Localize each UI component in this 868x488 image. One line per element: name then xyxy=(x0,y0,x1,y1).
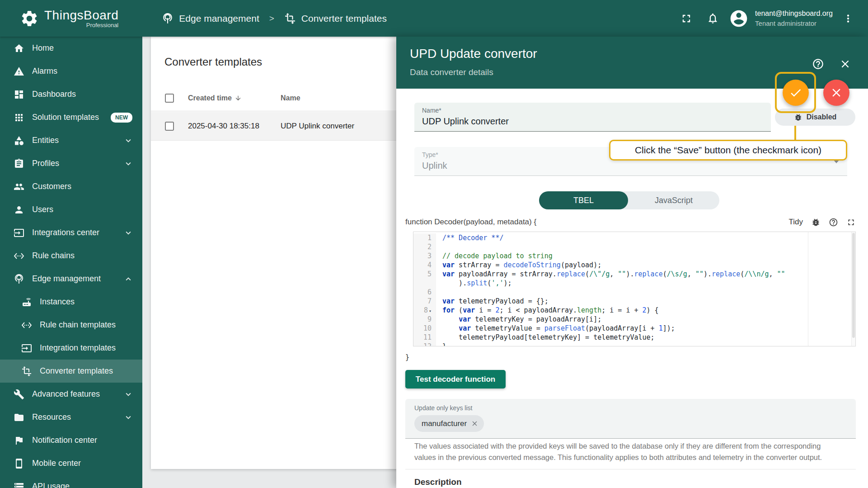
select-all-checkbox[interactable] xyxy=(165,94,174,103)
editor-toolbar: function Decoder(payload, metadata) { Ti… xyxy=(405,216,856,228)
rule-chains-icon xyxy=(14,251,24,261)
sidebar-item-label: Resources xyxy=(32,412,71,422)
breadcrumb-converter-templates[interactable]: Converter templates xyxy=(284,13,387,24)
sidebar-item-label: Users xyxy=(32,205,53,214)
cell-created-time: 2025-04-30 18:35:18 xyxy=(188,112,259,140)
column-name[interactable]: Name xyxy=(281,85,300,111)
drawer-title: UPD Update convertor xyxy=(410,47,537,61)
sidebar-item-label: Entities xyxy=(32,136,59,145)
logo-title: ThingsBoard xyxy=(44,9,118,22)
sidebar-item-rule-chains[interactable]: Rule chains xyxy=(0,244,142,267)
logo-subtitle: Professional xyxy=(44,22,118,28)
drawer-subtitle: Data converter details xyxy=(410,67,493,77)
resources-icon xyxy=(14,412,24,423)
cell-name: UDP Uplink converter xyxy=(281,112,354,140)
sidebar-item-users[interactable]: Users xyxy=(0,198,142,221)
rule-chain-templates-icon xyxy=(21,320,32,331)
sidebar-item-label: Advanced features xyxy=(32,389,100,399)
tab-tbel[interactable]: TBEL xyxy=(539,191,628,209)
cancel-button[interactable] xyxy=(823,80,849,106)
sidebar-item-label: Solution templates xyxy=(32,113,99,122)
decoder-function-signature: function Decoder(payload, metadata) { xyxy=(405,218,536,227)
row-checkbox[interactable] xyxy=(165,122,174,131)
key-chip-manufacturer[interactable]: manufacturer xyxy=(414,415,484,432)
notifications-bell-icon[interactable] xyxy=(702,8,723,29)
sidebar-item-label: Rule chain templates xyxy=(40,320,116,330)
editor-debug-icon[interactable] xyxy=(811,218,821,227)
callout-text: Click the “Save” button (the checkmark i… xyxy=(635,145,821,156)
sidebar-item-advanced-features[interactable]: Advanced features xyxy=(0,383,142,406)
sidebar-item-profiles[interactable]: Profiles xyxy=(0,152,142,175)
keys-hint-text: The values associated with the provided … xyxy=(414,441,843,463)
column-created-time[interactable]: Created time xyxy=(188,85,242,111)
breadcrumb-label: Converter templates xyxy=(301,13,387,24)
tab-javascript[interactable]: JavaScript xyxy=(628,191,719,209)
update-keys-field[interactable]: Update only keys list manufacturer xyxy=(405,399,856,439)
print-margin-ruler xyxy=(808,232,808,346)
code-line: ).split(','); xyxy=(413,279,855,288)
avatar xyxy=(728,8,750,29)
api-usage-icon xyxy=(14,481,24,488)
type-select-label: Type* xyxy=(422,151,438,158)
details-drawer: UPD Update convertor Data converter deta… xyxy=(396,37,868,488)
name-field-value: UDP Uplink converter xyxy=(422,116,509,127)
sidebar-item-dashboards[interactable]: Dashboards xyxy=(0,83,142,106)
sidebar-item-alarms[interactable]: Alarms xyxy=(0,60,142,83)
editor-fullscreen-icon[interactable] xyxy=(846,218,856,227)
sidebar-item-label: Profiles xyxy=(32,159,59,168)
code-line: 11 telemetryPayload[telemetryKey] = tele… xyxy=(413,333,855,342)
sidebar-item-notification-center[interactable]: Notification center xyxy=(0,429,142,452)
chevron-down-icon xyxy=(123,159,133,169)
converter-templates-icon xyxy=(21,366,32,377)
checkmark-icon xyxy=(789,86,802,99)
notification-center-icon xyxy=(14,435,24,446)
sidebar-item-instances[interactable]: Instances xyxy=(0,290,142,313)
sidebar-item-customers[interactable]: Customers xyxy=(0,175,142,198)
customers-icon xyxy=(14,181,24,192)
sidebar-item-rule-chain-templates[interactable]: Rule chain templates xyxy=(0,313,142,336)
code-editor[interactable]: 1/** Decoder **/23// decode payload to s… xyxy=(413,232,856,346)
chip-remove-icon[interactable] xyxy=(471,420,479,427)
user-role: Tenant administrator xyxy=(755,19,833,27)
editor-help-icon[interactable] xyxy=(829,218,838,227)
thingsboard-logo[interactable]: ThingsBoard Professional xyxy=(20,9,118,28)
sidebar-item-converter-templates[interactable]: Converter templates xyxy=(0,360,142,383)
sidebar-item-home[interactable]: Home xyxy=(0,37,142,60)
chip-label: manufacturer xyxy=(422,419,467,428)
sidebar-item-edge-management[interactable]: Edge management xyxy=(0,267,142,290)
help-icon[interactable] xyxy=(811,57,825,71)
sidebar-item-mobile-center[interactable]: Mobile center xyxy=(0,452,142,475)
code-line: 3// decode payload to string xyxy=(413,251,855,261)
code-line: 4var strArray = decodeToString(payload); xyxy=(413,261,855,270)
name-field[interactable]: Name* UDP Uplink converter xyxy=(414,103,771,132)
sidebar-item-integration-templates[interactable]: Integration templates xyxy=(0,336,142,360)
advanced-features-icon xyxy=(14,389,24,400)
top-header: ThingsBoard Professional Edge management… xyxy=(0,0,868,37)
sidebar-item-label: Home xyxy=(32,43,54,53)
page-title: Converter templates xyxy=(164,56,262,68)
update-keys-label: Update only keys list xyxy=(414,404,472,412)
sidebar-item-solution-templates[interactable]: Solution templatesNEW xyxy=(0,106,142,129)
integrations-center-icon xyxy=(14,227,24,238)
fullscreen-icon[interactable] xyxy=(676,8,697,29)
sidebar-item-entities[interactable]: Entities xyxy=(0,129,142,152)
editor-scrollbar[interactable] xyxy=(851,232,855,346)
more-vert-icon[interactable] xyxy=(837,8,859,29)
code-line: 9 var telemetryKey = payloadArray[i]; xyxy=(413,315,855,324)
tidy-button[interactable]: Tidy xyxy=(789,218,803,227)
user-menu[interactable]: tenant@thingsboard.org Tenant administra… xyxy=(728,8,833,29)
debug-disabled-toggle[interactable]: Disabled xyxy=(775,109,855,126)
code-line: 6 xyxy=(413,288,855,297)
sidebar-item-resources[interactable]: Resources xyxy=(0,406,142,429)
sidebar-item-label: Dashboards xyxy=(32,90,76,99)
sidebar-item-api-usage[interactable]: API usage xyxy=(0,475,142,488)
breadcrumb-edge-management[interactable]: Edge management xyxy=(162,13,259,24)
user-email: tenant@thingsboard.org xyxy=(755,9,833,18)
save-button[interactable] xyxy=(783,80,809,106)
name-field-label: Name* xyxy=(422,107,441,114)
close-icon[interactable] xyxy=(838,57,852,71)
chevron-down-icon xyxy=(834,160,839,163)
logo-gear-icon xyxy=(20,9,39,28)
sidebar-item-integrations-center[interactable]: Integrations center xyxy=(0,221,142,244)
test-decoder-button[interactable]: Test decoder function xyxy=(405,370,506,389)
